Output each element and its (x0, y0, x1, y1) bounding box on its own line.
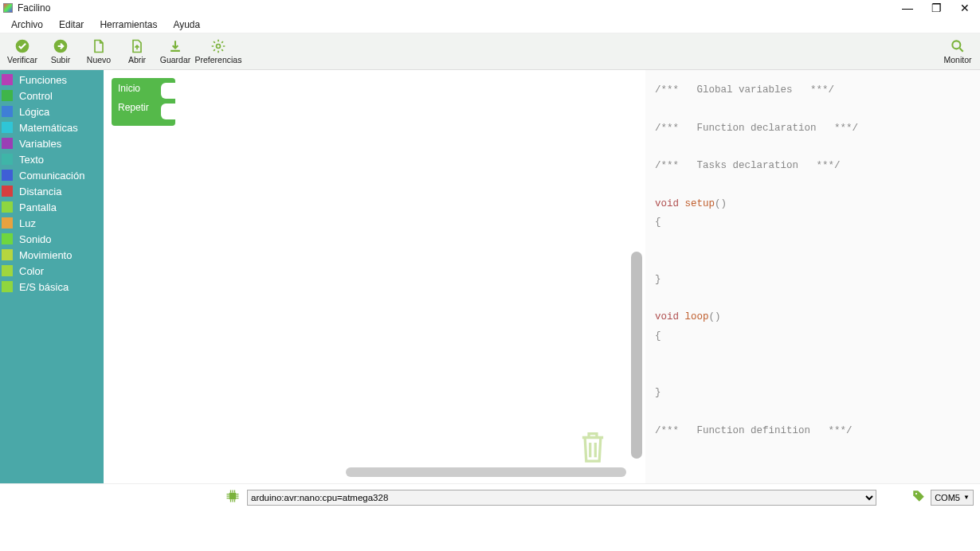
category-sidebar: FuncionesControlLógicaMatemáticasVariabl… (0, 70, 104, 483)
menu-herramientas[interactable]: Herramientas (92, 18, 165, 32)
category-swatch (2, 74, 13, 85)
category-swatch (2, 217, 13, 229)
svg-point-3 (952, 41, 960, 49)
category-distancia[interactable]: Distancia (0, 183, 104, 199)
toolbar: Verificar Subir Nuevo Abrir Guardar Pref… (0, 33, 980, 70)
magnify-icon (950, 38, 966, 54)
preferencias-label: Preferencias (195, 55, 242, 64)
category-label: Distancia (19, 186, 61, 197)
category-swatch (2, 233, 13, 244)
verificar-label: Verificar (7, 55, 37, 64)
category-swatch (2, 249, 13, 260)
gear-icon (210, 38, 226, 54)
svg-point-5 (915, 493, 917, 494)
category-color[interactable]: Color (0, 263, 104, 279)
category-label: Control (19, 90, 53, 102)
abrir-button[interactable]: Abrir (118, 34, 156, 69)
nuevo-button[interactable]: Nuevo (80, 34, 118, 69)
category-label: Funciones (19, 74, 67, 86)
file-up-icon (129, 38, 145, 54)
minimize-button[interactable]: — (902, 2, 913, 14)
nuevo-label: Nuevo (87, 55, 111, 64)
board-select[interactable]: arduino:avr:nano:cpu=atmega328 (247, 490, 876, 506)
titlebar: Facilino — ❐ ✕ (0, 0, 980, 16)
category-swatch (2, 281, 13, 292)
category-lgica[interactable]: Lógica (0, 104, 104, 119)
category-swatch (2, 122, 13, 133)
menu-archivo[interactable]: Archivo (3, 18, 51, 32)
control-block[interactable]: Inicio Repetir (112, 78, 175, 126)
category-swatch (2, 186, 13, 197)
bottom-gap (0, 510, 980, 551)
category-label: Pantalla (19, 201, 57, 213)
category-swatch (2, 201, 13, 213)
category-swatch (2, 154, 13, 165)
maximize-button[interactable]: ❐ (931, 2, 942, 14)
menubar: Archivo Editar Herramientas Ayuda (0, 16, 980, 33)
statusbar: arduino:avr:nano:cpu=atmega328 COM5 ▼ (0, 483, 980, 510)
vertical-scrollbar[interactable] (631, 252, 642, 459)
category-label: Lógica (19, 106, 49, 118)
svg-rect-4 (229, 493, 236, 499)
window-title: Facilino (18, 2, 50, 14)
category-pantalla[interactable]: Pantalla (0, 199, 104, 215)
category-swatch (2, 138, 13, 149)
category-comunicacin[interactable]: Comunicación (0, 167, 104, 183)
port-select[interactable]: COM5 ▼ (931, 490, 974, 506)
category-movimiento[interactable]: Movimiento (0, 247, 104, 263)
category-swatch (2, 265, 13, 276)
category-swatch (2, 90, 13, 101)
category-label: Sonido (19, 233, 51, 245)
category-texto[interactable]: Texto (0, 151, 104, 167)
subir-label: Subir (51, 55, 71, 64)
svg-point-2 (217, 45, 221, 49)
menu-ayuda[interactable]: Ayuda (165, 18, 208, 32)
category-label: E/S básica (19, 281, 69, 293)
window-controls: — ❐ ✕ (902, 2, 977, 14)
horizontal-scrollbar[interactable] (346, 467, 626, 477)
category-sonido[interactable]: Sonido (0, 231, 104, 247)
category-label: Luz (19, 217, 36, 229)
chip-icon (225, 488, 241, 506)
category-funciones[interactable]: Funciones (0, 72, 104, 88)
preferencias-button[interactable]: Preferencias (194, 34, 242, 69)
file-icon (91, 38, 107, 54)
chevron-down-icon: ▼ (963, 494, 970, 501)
main-area: FuncionesControlLógicaMatemáticasVariabl… (0, 70, 980, 483)
guardar-button[interactable]: Guardar (156, 34, 194, 69)
category-label: Matemáticas (19, 122, 78, 134)
monitor-button[interactable]: Monitor (939, 34, 977, 69)
category-swatch (2, 106, 13, 117)
category-label: Variables (19, 138, 61, 150)
category-label: Movimiento (19, 249, 72, 261)
port-label: COM5 (935, 493, 960, 502)
blocks-canvas[interactable]: Inicio Repetir (104, 70, 645, 483)
category-esbsica[interactable]: E/S básica (0, 279, 104, 295)
menu-editar[interactable]: Editar (51, 18, 92, 32)
trash-icon[interactable] (577, 428, 609, 467)
verificar-button[interactable]: Verificar (3, 34, 41, 69)
check-circle-icon (14, 38, 30, 54)
monitor-label: Monitor (943, 55, 971, 64)
category-label: Texto (19, 154, 44, 166)
guardar-label: Guardar (160, 55, 191, 64)
download-icon (167, 38, 183, 54)
app-icon (3, 3, 13, 13)
category-matemticas[interactable]: Matemáticas (0, 119, 104, 135)
category-control[interactable]: Control (0, 88, 104, 104)
arrow-right-circle-icon (53, 38, 69, 54)
category-label: Color (19, 265, 44, 277)
abrir-label: Abrir (128, 55, 146, 64)
tag-icon (911, 489, 926, 506)
category-luz[interactable]: Luz (0, 215, 104, 231)
code-pane: /*** Global variables ***/ /*** Function… (645, 70, 980, 483)
category-label: Comunicación (19, 170, 84, 182)
category-swatch (2, 170, 13, 181)
subir-button[interactable]: Subir (41, 34, 80, 69)
close-button[interactable]: ✕ (959, 2, 970, 14)
category-variables[interactable]: Variables (0, 135, 104, 151)
